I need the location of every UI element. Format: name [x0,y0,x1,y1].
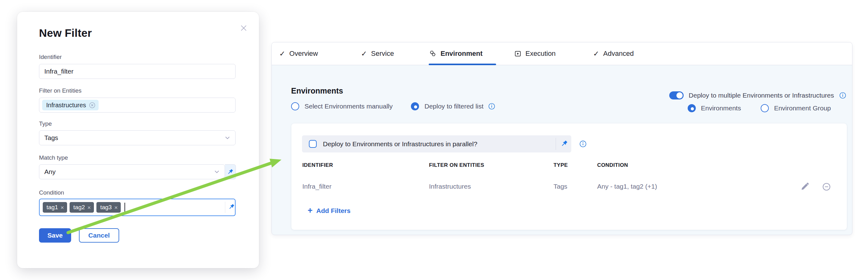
deploy-multiple-toggle[interactable] [669,91,684,100]
radio-environment-group[interactable] [761,104,769,112]
filtered-list-card: Deploy to Environments or Infrastructure… [291,124,847,230]
close-icon [239,24,248,32]
remove-row-button[interactable] [823,183,831,191]
radio-deploy-to-filtered-list[interactable] [411,102,419,110]
divider [225,202,225,213]
tab-advanced[interactable]: ✓ Advanced [593,42,634,65]
info-icon[interactable] [488,103,495,110]
environment-select-mode-radios: Select Environments manually Deploy to f… [291,102,495,110]
tab-overview[interactable]: ✓ Overview [279,42,318,65]
match-type-label: Match type [39,154,68,161]
environment-kind-radios: Environments Environment Group [688,104,831,112]
tab-environment[interactable]: Environment [429,42,483,65]
identifier-label: Identifier [39,54,62,61]
tag-remove-icon[interactable]: × [61,205,64,210]
tab-label: Overview [289,49,318,58]
cell-filter-on-entities: Infrastructures [429,183,471,190]
toggle-label: Deploy to multiple Environments or Infra… [689,92,834,99]
radio-environments[interactable] [688,104,696,112]
tab-execution[interactable]: Execution [515,42,556,65]
new-filter-modal: New Filter Identifier Infra_filter Filte… [17,12,259,268]
condition-input[interactable]: tag1 × tag2 × tag3 × [39,199,236,216]
tab-bar: ✓ Overview ✓ Service Environment Executi… [272,42,852,65]
condition-tag-chip: tag2 × [69,202,94,213]
cancel-button-label: Cancel [88,232,110,239]
tab-service[interactable]: ✓ Service [361,42,394,65]
type-value: Tags [44,134,58,142]
tab-label: Advanced [603,49,634,58]
info-icon[interactable] [839,92,846,99]
tag-label: tag3 [100,204,112,211]
add-filters-label: Add Filters [316,207,351,214]
condition-pin-button[interactable] [228,203,235,210]
active-tab-indicator [429,64,496,65]
pin-icon[interactable] [560,140,568,147]
radio-label: Select Environments manually [305,103,393,110]
save-button[interactable]: Save [39,228,71,243]
close-button[interactable] [237,21,251,35]
cell-identifier: Infra_filter [302,183,331,190]
deploy-multiple-toggle-row: Deploy to multiple Environments or Infra… [669,91,846,100]
stage-config-panel: ✓ Overview ✓ Service Environment Executi… [272,42,852,235]
condition-tag-chip: tag3 × [96,202,121,213]
radio-label: Environments [701,104,741,112]
execution-icon [515,50,521,57]
infrastructures-chip-remove-icon[interactable] [89,102,95,108]
col-header-type: TYPE [554,162,568,168]
condition-tag-chip: tag1 × [43,202,67,213]
identifier-input[interactable]: Infra_filter [39,64,236,79]
modal-title: New Filter [39,27,92,39]
identifier-value: Infra_filter [44,68,73,75]
cell-condition: Any - tag1, tag2 (+1) [597,183,657,190]
plus-icon: + [308,206,313,215]
cell-type: Tags [554,183,567,190]
environments-heading: Environments [291,86,343,96]
cancel-button[interactable]: Cancel [79,228,119,243]
check-icon: ✓ [361,49,367,58]
deploy-parallel-bar: Deploy to Environments or Infrastructure… [302,135,571,152]
check-icon: ✓ [279,49,285,58]
infrastructures-chip: Infrastructures [42,100,99,110]
text-cursor [124,203,125,212]
deploy-parallel-label: Deploy to Environments or Infrastructure… [323,140,477,148]
add-filters-button[interactable]: + Add Filters [308,206,350,215]
chevron-down-icon [214,170,220,174]
col-header-identifier: IDENTIFIER [302,162,333,168]
infrastructures-chip-label: Infrastructures [46,102,86,109]
match-type-pin-button[interactable] [225,164,236,179]
radio-select-environments-manually[interactable] [291,102,299,110]
match-type-select[interactable]: Any [39,164,225,179]
environment-icon [429,50,436,57]
pin-icon [227,168,234,175]
col-header-condition: CONDITION [597,162,628,168]
deploy-parallel-checkbox[interactable] [309,140,317,148]
save-button-label: Save [48,232,63,239]
col-header-filter-on-entities: FILTER ON ENTITIES [429,162,484,168]
tag-label: tag1 [46,204,58,211]
condition-label: Condition [39,189,64,196]
match-type-value: Any [44,168,56,176]
check-icon: ✓ [593,49,599,58]
type-label: Type [39,120,52,127]
chevron-down-icon [225,136,230,140]
tab-label: Environment [440,49,483,58]
filter-on-entities-input[interactable]: Infrastructures [39,98,236,112]
type-select[interactable]: Tags [39,130,236,145]
tag-remove-icon[interactable]: × [87,205,91,210]
radio-label: Environment Group [774,104,831,112]
info-icon[interactable] [579,140,587,148]
divider [556,138,556,150]
tab-label: Execution [525,49,556,58]
tab-label: Service [371,49,394,58]
tag-remove-icon[interactable]: × [114,205,118,210]
filter-on-entities-label: Filter on Entities [39,87,82,94]
tag-label: tag2 [73,204,85,211]
edit-row-button[interactable] [801,183,809,191]
radio-label: Deploy to filtered list [424,103,483,110]
